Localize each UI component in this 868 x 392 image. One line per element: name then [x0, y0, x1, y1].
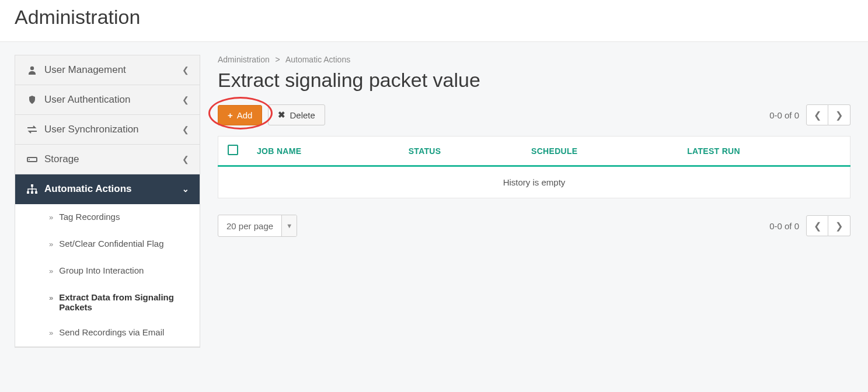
pager-prev-button[interactable]: ❮ [806, 215, 828, 236]
sidebar-subitem-label: Tag Recordings [59, 212, 120, 223]
svg-point-2 [29, 159, 30, 160]
chevron-left-icon: ❮ [814, 220, 821, 232]
svg-rect-5 [31, 191, 33, 194]
sidebar-subitem-label: Set/Clear Confidential Flag [59, 239, 163, 250]
sidebar-item-user-authentication[interactable]: User Authentication ❮ [15, 85, 200, 115]
shield-icon [26, 95, 39, 104]
column-schedule[interactable]: SCHEDULE [522, 136, 678, 166]
delete-button[interactable]: ✖ Delete [268, 104, 325, 125]
raquo-icon: » [49, 239, 53, 250]
add-button-label: Add [237, 110, 253, 120]
sidebar: User Management ❮ User Authentication ❮ … [15, 55, 200, 348]
sidebar-sublist: » Tag Recordings » Set/Clear Confidentia… [15, 204, 200, 347]
raquo-icon: » [49, 327, 53, 339]
chevron-right-icon: ❯ [835, 220, 843, 232]
sidebar-item-label: User Synchronization [44, 124, 182, 135]
toolbar: + Add ✖ Delete 0-0 of 0 ❮ ❯ [218, 104, 850, 125]
sidebar-item-user-synchronization[interactable]: User Synchronization ❮ [15, 115, 200, 145]
checkbox-icon[interactable] [228, 145, 238, 155]
svg-rect-4 [27, 191, 29, 194]
chevron-left-icon: ❮ [182, 125, 189, 134]
per-page-label: 20 per page [218, 221, 281, 231]
chevron-left-icon: ❮ [182, 95, 189, 104]
pager-range: 0-0 of 0 [769, 221, 799, 231]
table-empty-row: History is empty [218, 166, 850, 198]
main-content: Administration > Automatic Actions Extra… [200, 42, 868, 250]
column-select-all[interactable] [218, 136, 248, 166]
per-page-select[interactable]: 20 per page ▼ [218, 215, 297, 237]
page-header: Administration [0, 0, 868, 42]
add-button[interactable]: + Add [218, 105, 262, 125]
pager-next-button[interactable]: ❯ [828, 104, 850, 125]
app-title: Administration [15, 6, 853, 29]
chevron-left-icon: ❮ [182, 65, 189, 75]
chevron-down-icon: ⌄ [182, 184, 189, 194]
sidebar-subitem-group-interaction[interactable]: » Group Into Interaction [15, 258, 200, 285]
caret-down-icon: ▼ [281, 215, 297, 236]
page-title: Extract signaling packet value [218, 69, 850, 92]
raquo-icon: » [49, 265, 53, 277]
sync-icon [26, 125, 39, 134]
sidebar-item-automatic-actions[interactable]: Automatic Actions ⌄ [15, 174, 200, 204]
bottom-bar: 20 per page ▼ 0-0 of 0 ❮ ❯ [218, 215, 850, 237]
storage-icon [26, 155, 39, 163]
pager-prev-button[interactable]: ❮ [806, 104, 828, 125]
raquo-icon: » [49, 212, 53, 223]
column-job-name[interactable]: JOB NAME [247, 136, 399, 166]
sidebar-subitem-send-email[interactable]: » Send Recordings via Email [15, 320, 200, 346]
sidebar-item-user-management[interactable]: User Management ❮ [15, 55, 200, 85]
column-latest-run[interactable]: LATEST RUN [678, 136, 850, 166]
svg-rect-6 [35, 191, 37, 194]
sitemap-icon [26, 184, 39, 194]
sidebar-subitem-extract-signaling[interactable]: » Extract Data from Signaling Packets [15, 285, 200, 320]
column-status[interactable]: STATUS [399, 136, 522, 166]
sidebar-item-label: User Management [44, 64, 182, 76]
breadcrumb: Administration > Automatic Actions [218, 55, 850, 64]
pager-bottom: 0-0 of 0 ❮ ❯ [769, 215, 850, 236]
delete-button-label: Delete [290, 110, 315, 120]
sidebar-subitem-label: Send Recordings via Email [59, 327, 164, 339]
svg-point-0 [30, 66, 34, 70]
user-icon [26, 65, 39, 75]
pager-range: 0-0 of 0 [769, 110, 799, 120]
breadcrumb-sep: > [276, 55, 280, 64]
sidebar-item-label: User Authentication [44, 94, 182, 106]
chevron-right-icon: ❯ [835, 110, 843, 121]
jobs-table: JOB NAME STATUS SCHEDULE LATEST RUN Hist… [218, 136, 850, 198]
chevron-left-icon: ❮ [182, 155, 189, 164]
pager-top: 0-0 of 0 ❮ ❯ [769, 104, 850, 125]
empty-message: History is empty [218, 166, 850, 198]
pager-next-button[interactable]: ❯ [828, 215, 850, 236]
chevron-left-icon: ❮ [814, 110, 821, 121]
sidebar-subitem-label: Group Into Interaction [59, 265, 144, 277]
svg-rect-3 [31, 184, 33, 187]
breadcrumb-automatic-actions[interactable]: Automatic Actions [285, 55, 350, 64]
close-icon: ✖ [278, 110, 285, 120]
sidebar-item-label: Storage [44, 153, 182, 165]
breadcrumb-administration[interactable]: Administration [218, 55, 270, 64]
sidebar-item-label: Automatic Actions [44, 183, 182, 195]
plus-icon: + [228, 110, 233, 120]
sidebar-subitem-tag-recordings[interactable]: » Tag Recordings [15, 204, 200, 231]
raquo-icon: » [49, 292, 53, 312]
sidebar-subitem-confidential-flag[interactable]: » Set/Clear Confidential Flag [15, 231, 200, 258]
sidebar-subitem-label: Extract Data from Signaling Packets [59, 292, 189, 312]
sidebar-item-storage[interactable]: Storage ❮ [15, 145, 200, 174]
